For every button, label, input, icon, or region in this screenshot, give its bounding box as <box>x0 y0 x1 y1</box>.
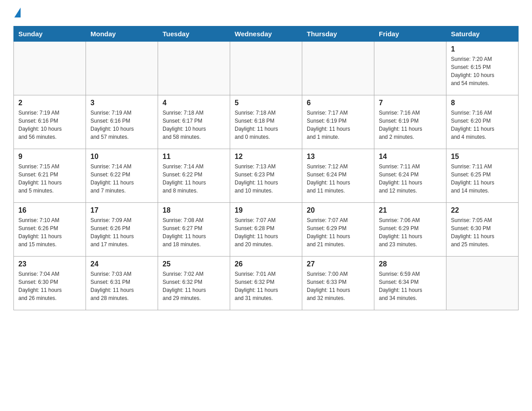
day-number: 10 <box>90 153 153 161</box>
day-number: 24 <box>90 260 153 268</box>
day-number: 1 <box>451 45 514 53</box>
calendar-cell: 4Sunrise: 7:18 AM Sunset: 6:17 PM Daylig… <box>158 95 230 149</box>
calendar-cell: 19Sunrise: 7:07 AM Sunset: 6:28 PM Dayli… <box>230 203 302 257</box>
calendar-cell: 13Sunrise: 7:12 AM Sunset: 6:24 PM Dayli… <box>302 149 374 203</box>
page-header <box>13 9 519 17</box>
day-info: Sunrise: 7:09 AM Sunset: 6:26 PM Dayligh… <box>90 216 153 248</box>
calendar-cell: 9Sunrise: 7:15 AM Sunset: 6:21 PM Daylig… <box>14 149 86 203</box>
day-number: 4 <box>163 99 225 107</box>
calendar-cell <box>446 257 519 310</box>
day-number: 23 <box>18 260 81 268</box>
day-info: Sunrise: 7:03 AM Sunset: 6:31 PM Dayligh… <box>90 270 153 302</box>
calendar-cell: 17Sunrise: 7:09 AM Sunset: 6:26 PM Dayli… <box>86 203 158 257</box>
day-info: Sunrise: 7:14 AM Sunset: 6:22 PM Dayligh… <box>90 163 153 195</box>
calendar-cell: 27Sunrise: 7:00 AM Sunset: 6:33 PM Dayli… <box>302 257 374 310</box>
day-info: Sunrise: 7:00 AM Sunset: 6:33 PM Dayligh… <box>307 270 369 302</box>
calendar-cell: 10Sunrise: 7:14 AM Sunset: 6:22 PM Dayli… <box>86 149 158 203</box>
day-number: 11 <box>163 153 225 161</box>
calendar-cell: 15Sunrise: 7:11 AM Sunset: 6:25 PM Dayli… <box>446 149 519 203</box>
day-of-week-header: Sunday <box>14 26 86 42</box>
calendar-cell <box>14 42 86 95</box>
calendar-week-row: 1Sunrise: 7:20 AM Sunset: 6:15 PM Daylig… <box>14 42 519 95</box>
day-info: Sunrise: 7:07 AM Sunset: 6:29 PM Dayligh… <box>307 216 369 248</box>
calendar-header-row: SundayMondayTuesdayWednesdayThursdayFrid… <box>14 26 519 42</box>
day-number: 17 <box>90 206 153 214</box>
calendar-cell: 5Sunrise: 7:18 AM Sunset: 6:18 PM Daylig… <box>230 95 302 149</box>
day-info: Sunrise: 7:02 AM Sunset: 6:32 PM Dayligh… <box>163 270 225 302</box>
day-info: Sunrise: 7:18 AM Sunset: 6:18 PM Dayligh… <box>235 109 297 141</box>
day-info: Sunrise: 7:16 AM Sunset: 6:20 PM Dayligh… <box>451 109 514 141</box>
calendar-cell <box>302 42 374 95</box>
day-info: Sunrise: 7:16 AM Sunset: 6:19 PM Dayligh… <box>379 109 442 141</box>
calendar-week-row: 2Sunrise: 7:19 AM Sunset: 6:16 PM Daylig… <box>14 95 519 149</box>
day-info: Sunrise: 7:07 AM Sunset: 6:28 PM Dayligh… <box>235 216 297 248</box>
day-number: 9 <box>18 153 81 161</box>
day-of-week-header: Monday <box>86 26 158 42</box>
day-of-week-header: Tuesday <box>158 26 230 42</box>
day-number: 12 <box>235 153 297 161</box>
calendar-cell: 1Sunrise: 7:20 AM Sunset: 6:15 PM Daylig… <box>446 42 519 95</box>
day-number: 7 <box>379 99 442 107</box>
day-number: 26 <box>235 260 297 268</box>
calendar-week-row: 16Sunrise: 7:10 AM Sunset: 6:26 PM Dayli… <box>14 203 519 257</box>
calendar-cell <box>86 42 158 95</box>
calendar-cell: 7Sunrise: 7:16 AM Sunset: 6:19 PM Daylig… <box>374 95 446 149</box>
calendar-cell: 24Sunrise: 7:03 AM Sunset: 6:31 PM Dayli… <box>86 257 158 310</box>
day-info: Sunrise: 7:19 AM Sunset: 6:16 PM Dayligh… <box>90 109 153 141</box>
day-info: Sunrise: 7:14 AM Sunset: 6:22 PM Dayligh… <box>163 163 225 195</box>
day-number: 3 <box>90 99 153 107</box>
day-number: 15 <box>451 153 514 161</box>
calendar-week-row: 23Sunrise: 7:04 AM Sunset: 6:30 PM Dayli… <box>14 257 519 310</box>
day-info: Sunrise: 6:59 AM Sunset: 6:34 PM Dayligh… <box>379 270 442 302</box>
day-number: 5 <box>235 99 297 107</box>
calendar-cell: 3Sunrise: 7:19 AM Sunset: 6:16 PM Daylig… <box>86 95 158 149</box>
day-number: 6 <box>307 99 369 107</box>
calendar-cell: 20Sunrise: 7:07 AM Sunset: 6:29 PM Dayli… <box>302 203 374 257</box>
calendar-cell: 28Sunrise: 6:59 AM Sunset: 6:34 PM Dayli… <box>374 257 446 310</box>
day-number: 20 <box>307 206 369 214</box>
day-info: Sunrise: 7:15 AM Sunset: 6:21 PM Dayligh… <box>18 163 81 195</box>
calendar-cell: 12Sunrise: 7:13 AM Sunset: 6:23 PM Dayli… <box>230 149 302 203</box>
calendar-cell: 21Sunrise: 7:06 AM Sunset: 6:29 PM Dayli… <box>374 203 446 257</box>
calendar-table: SundayMondayTuesdayWednesdayThursdayFrid… <box>13 26 519 310</box>
day-info: Sunrise: 7:10 AM Sunset: 6:26 PM Dayligh… <box>18 216 81 248</box>
logo <box>13 9 21 17</box>
day-info: Sunrise: 7:06 AM Sunset: 6:29 PM Dayligh… <box>379 216 442 248</box>
day-info: Sunrise: 7:19 AM Sunset: 6:16 PM Dayligh… <box>18 109 81 141</box>
day-info: Sunrise: 7:08 AM Sunset: 6:27 PM Dayligh… <box>163 216 225 248</box>
day-of-week-header: Saturday <box>446 26 519 42</box>
day-info: Sunrise: 7:05 AM Sunset: 6:30 PM Dayligh… <box>451 216 514 248</box>
day-number: 22 <box>451 206 514 214</box>
calendar-cell: 8Sunrise: 7:16 AM Sunset: 6:20 PM Daylig… <box>446 95 519 149</box>
calendar-cell: 26Sunrise: 7:01 AM Sunset: 6:32 PM Dayli… <box>230 257 302 310</box>
day-number: 2 <box>18 99 81 107</box>
calendar-cell: 11Sunrise: 7:14 AM Sunset: 6:22 PM Dayli… <box>158 149 230 203</box>
calendar-cell: 16Sunrise: 7:10 AM Sunset: 6:26 PM Dayli… <box>14 203 86 257</box>
day-info: Sunrise: 7:20 AM Sunset: 6:15 PM Dayligh… <box>451 55 514 87</box>
day-info: Sunrise: 7:11 AM Sunset: 6:24 PM Dayligh… <box>379 163 442 195</box>
day-number: 27 <box>307 260 369 268</box>
calendar-cell: 2Sunrise: 7:19 AM Sunset: 6:16 PM Daylig… <box>14 95 86 149</box>
day-number: 13 <box>307 153 369 161</box>
calendar-cell: 18Sunrise: 7:08 AM Sunset: 6:27 PM Dayli… <box>158 203 230 257</box>
calendar-cell: 22Sunrise: 7:05 AM Sunset: 6:30 PM Dayli… <box>446 203 519 257</box>
day-number: 25 <box>163 260 225 268</box>
day-info: Sunrise: 7:18 AM Sunset: 6:17 PM Dayligh… <box>163 109 225 141</box>
day-of-week-header: Friday <box>374 26 446 42</box>
calendar-cell <box>374 42 446 95</box>
calendar-cell: 25Sunrise: 7:02 AM Sunset: 6:32 PM Dayli… <box>158 257 230 310</box>
day-number: 21 <box>379 206 442 214</box>
calendar-cell: 14Sunrise: 7:11 AM Sunset: 6:24 PM Dayli… <box>374 149 446 203</box>
calendar-cell: 6Sunrise: 7:17 AM Sunset: 6:19 PM Daylig… <box>302 95 374 149</box>
day-number: 28 <box>379 260 442 268</box>
calendar-cell: 23Sunrise: 7:04 AM Sunset: 6:30 PM Dayli… <box>14 257 86 310</box>
day-number: 16 <box>18 206 81 214</box>
day-of-week-header: Thursday <box>302 26 374 42</box>
day-info: Sunrise: 7:17 AM Sunset: 6:19 PM Dayligh… <box>307 109 369 141</box>
day-info: Sunrise: 7:11 AM Sunset: 6:25 PM Dayligh… <box>451 163 514 195</box>
day-info: Sunrise: 7:13 AM Sunset: 6:23 PM Dayligh… <box>235 163 297 195</box>
day-info: Sunrise: 7:01 AM Sunset: 6:32 PM Dayligh… <box>235 270 297 302</box>
day-number: 19 <box>235 206 297 214</box>
day-info: Sunrise: 7:04 AM Sunset: 6:30 PM Dayligh… <box>18 270 81 302</box>
day-info: Sunrise: 7:12 AM Sunset: 6:24 PM Dayligh… <box>307 163 369 195</box>
